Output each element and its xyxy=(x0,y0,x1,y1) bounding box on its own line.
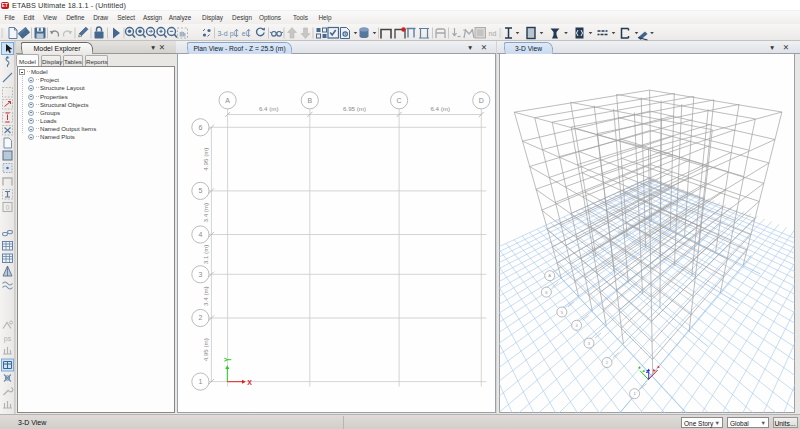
svg-text:0: 0 xyxy=(6,204,10,211)
svg-text:2: 2 xyxy=(198,314,202,321)
svg-text:z: z xyxy=(646,368,649,374)
svg-text:3.1 (m): 3.1 (m) xyxy=(202,245,209,265)
svg-text:ps: ps xyxy=(4,335,12,343)
svg-text:4.95 (m): 4.95 (m) xyxy=(202,338,209,361)
svg-text:A: A xyxy=(225,97,230,104)
svg-text:6: 6 xyxy=(198,124,202,131)
svg-text:el: el xyxy=(242,30,248,37)
svg-text:6.4 (m): 6.4 (m) xyxy=(430,105,450,112)
svg-text:3.4 (m): 3.4 (m) xyxy=(202,203,209,223)
svg-text:3: 3 xyxy=(198,271,202,278)
svg-text:B: B xyxy=(307,97,312,104)
svg-text:6.4 (m): 6.4 (m) xyxy=(259,105,279,112)
svg-text:nd: nd xyxy=(489,30,497,37)
svg-text:A: A xyxy=(548,273,551,278)
svg-text:1: 1 xyxy=(198,378,202,385)
svg-text:D: D xyxy=(479,97,484,104)
svg-text:5: 5 xyxy=(198,187,202,194)
svg-text:4.95 (m): 4.95 (m) xyxy=(202,148,209,171)
svg-text:3.4 (m): 3.4 (m) xyxy=(202,286,209,306)
svg-text:6.95 (m): 6.95 (m) xyxy=(343,105,366,112)
svg-text:C: C xyxy=(397,97,402,104)
svg-text:3-d: 3-d xyxy=(217,30,227,37)
svg-text:X: X xyxy=(247,379,252,386)
svg-text:4: 4 xyxy=(198,231,202,238)
